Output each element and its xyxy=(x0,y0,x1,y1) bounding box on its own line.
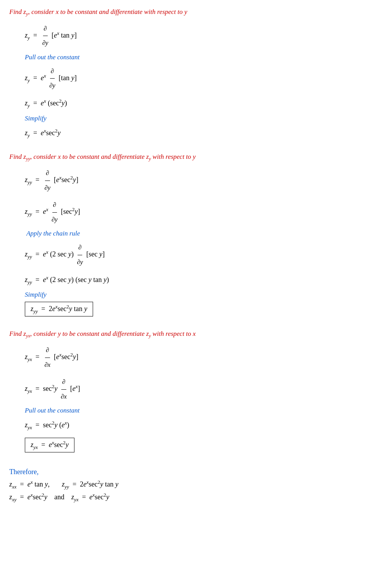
conclusion-line2: zxy = exsec2y and zyx = exsec2y xyxy=(9,492,366,503)
step-zyy-4: zyy = ex (2 sec y) (sec y tan y) xyxy=(25,272,366,288)
step-zy-result: zy = exsec2y xyxy=(25,126,366,141)
section-zyy-header: Find zyy, consider x to be constant and … xyxy=(9,152,366,163)
step-zyy-3: zyy = ex (2 sec y) ∂∂y [sec y] xyxy=(25,241,366,269)
step-zyx-1: zyx = ∂∂x [exsec2y] xyxy=(25,343,366,372)
step-zyx-2: zyx = sec2y ∂∂x [ex] xyxy=(25,375,366,404)
conclusion-section: Therefore, zxx = ex tan y, zyy = 2exsec2… xyxy=(9,468,366,503)
hint-pull-constant-1: Pull out the constant xyxy=(25,53,366,61)
conclusion-header: Therefore, xyxy=(9,468,366,476)
result-zyy: zyy = 2exsec2y tan y xyxy=(25,302,93,316)
section-find-zyy: Find zyy, consider x to be constant and … xyxy=(9,152,366,318)
section-find-zyx: Find zyx, consider y to be constant and … xyxy=(9,329,366,454)
hint-chain-rule: Apply the chain rule xyxy=(25,230,366,237)
hint-pull-constant-2: Pull out the constant xyxy=(25,407,366,414)
conclusion-line1: zxx = ex tan y, zyy = 2exsec2y tan y xyxy=(9,479,366,490)
section-zyx-header: Find zyx, consider y to be constant and … xyxy=(9,329,366,340)
step-zy-3: zy = ex (sec2y) xyxy=(25,96,366,111)
step-zyx-3: zyx = sec2y (ex) xyxy=(25,418,366,433)
step-zy-2: zy = ex ∂∂y [tan y] xyxy=(25,64,366,93)
step-zy-1: zy = ∂∂y [ex tan y] xyxy=(25,22,366,50)
step-zyy-1: zyy = ∂∂y [exsec2y] xyxy=(25,166,366,195)
step-zyy-2: zyy = ex ∂∂y [sec2y] xyxy=(25,198,366,227)
section-zy-header: Find zy, consider x to be constant and d… xyxy=(9,7,366,18)
hint-simplify-1: Simplify xyxy=(25,115,366,122)
result-zyx: zyx = exsec2y xyxy=(25,438,74,452)
section-find-zy: Find zy, consider x to be constant and d… xyxy=(9,7,366,141)
hint-simplify-2: Simplify xyxy=(25,291,366,299)
